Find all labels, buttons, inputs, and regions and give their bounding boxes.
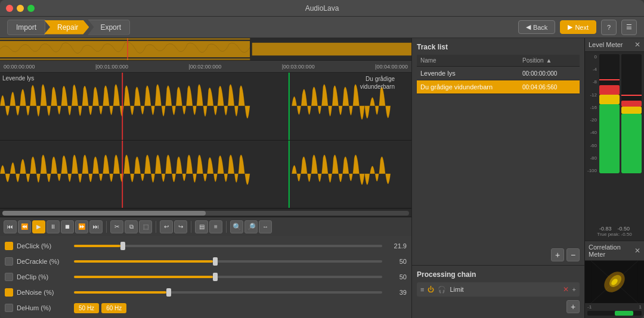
decrackle-fill bbox=[74, 260, 213, 263]
track-row-2[interactable] bbox=[0, 141, 411, 208]
denoise-slider[interactable] bbox=[74, 288, 382, 297]
declip-slider[interactable] bbox=[74, 273, 382, 281]
declick-thumb[interactable] bbox=[120, 242, 125, 250]
track-label-1: Levende lys bbox=[2, 75, 34, 82]
col-name-header: Name bbox=[420, 57, 522, 64]
undo-redo-controls: ↩ ↪ bbox=[160, 220, 187, 233]
scrollbar-area[interactable] bbox=[0, 208, 411, 217]
declip-thumb[interactable] bbox=[213, 273, 218, 281]
skip-start-button[interactable]: ⏮ bbox=[4, 220, 17, 233]
pause-button[interactable]: ⏸ bbox=[47, 220, 60, 233]
tab-export-label: Export bbox=[100, 23, 121, 32]
remove-track-button[interactable]: − bbox=[566, 248, 580, 261]
tab-repair[interactable]: Repair bbox=[44, 20, 89, 35]
tab-import-label: Import bbox=[16, 23, 36, 32]
level-meter-panel: Level Meter ✕ 0 -4 -8 -12 -16 -20 -40 -6… bbox=[584, 38, 644, 318]
correlation-meter: Correlation Meter ✕ bbox=[585, 241, 644, 318]
track-list-row-0[interactable]: Levende lys 00:00:00:000 bbox=[417, 67, 580, 80]
correlation-labels: -1 1 bbox=[585, 303, 644, 311]
left-green bbox=[599, 104, 620, 173]
chain-item-limit: ≡ ⏻ 🎧 Limit ✕ + bbox=[417, 282, 580, 297]
scrollbar-thumb[interactable] bbox=[2, 211, 206, 216]
col-pos-header[interactable]: Position ▲ bbox=[522, 57, 576, 64]
skip-end-button[interactable]: ⏭ bbox=[89, 220, 103, 233]
tab-export[interactable]: Export bbox=[88, 20, 130, 35]
decrackle-thumb[interactable] bbox=[213, 257, 218, 266]
decrackle-track bbox=[74, 260, 382, 263]
dehum-60hz-button[interactable]: 60 Hz bbox=[101, 303, 126, 313]
chain-drag-icon: ≡ bbox=[420, 286, 424, 293]
track-list-row-1[interactable]: Du grådige vidunderbarn 00:04:06:560 bbox=[417, 80, 580, 94]
track2-waveform bbox=[0, 141, 411, 208]
decrackle-slider[interactable] bbox=[74, 257, 382, 266]
denoise-checkbox[interactable] bbox=[5, 288, 13, 297]
denoise-thumb[interactable] bbox=[166, 288, 171, 297]
declip-fill bbox=[74, 276, 213, 278]
zoom-in-button[interactable]: 🔍 bbox=[230, 220, 243, 233]
chain-power-icon[interactable]: ⏻ bbox=[428, 286, 434, 293]
next-icon: ▶ bbox=[568, 23, 572, 31]
decrackle-checkbox[interactable] bbox=[5, 257, 13, 266]
track-row-1[interactable] bbox=[0, 73, 411, 141]
back-button[interactable]: ◀ Back bbox=[518, 20, 555, 34]
redo-button[interactable]: ↪ bbox=[174, 220, 187, 233]
declick-track bbox=[74, 245, 382, 247]
svg-rect-4 bbox=[252, 43, 411, 55]
add-chain-button[interactable]: + bbox=[566, 300, 580, 313]
chain-remove-icon[interactable]: ✕ bbox=[563, 285, 569, 294]
left-yellow bbox=[599, 95, 620, 104]
declip-checkbox[interactable] bbox=[5, 273, 13, 281]
separator-1 bbox=[106, 221, 107, 233]
left-reading: -0.83 bbox=[599, 226, 612, 232]
play-button[interactable]: ▶ bbox=[32, 220, 45, 233]
level-meter-close[interactable]: ✕ bbox=[634, 40, 640, 49]
zoom-out-button[interactable]: 🔎 bbox=[244, 220, 258, 233]
declick-checkbox[interactable] bbox=[5, 242, 13, 250]
declick-slider[interactable] bbox=[74, 242, 382, 250]
toolbar: Import Repair Export ◀ Back ▶ Next ? ☰ bbox=[0, 17, 644, 38]
close-button[interactable] bbox=[6, 5, 13, 12]
list-view-button[interactable]: ≡ bbox=[209, 220, 222, 233]
correlation-meter-close[interactable]: ✕ bbox=[634, 247, 640, 255]
maximize-button[interactable] bbox=[27, 5, 35, 12]
separator-4 bbox=[226, 221, 227, 233]
effect-denoise: DeNoise (%) 39 bbox=[5, 286, 407, 299]
help-button[interactable]: ? bbox=[601, 20, 617, 35]
paste-button[interactable]: ⬚ bbox=[139, 220, 152, 233]
zoom-controls: 🔍 🔎 ↔ bbox=[230, 220, 272, 233]
left-panel: 00:00:00:000 |00:01:00:000 |00:02:00:000… bbox=[0, 38, 411, 318]
chain-headphone-icon[interactable]: 🎧 bbox=[438, 286, 446, 294]
next-button[interactable]: ▶ Next bbox=[560, 20, 596, 34]
undo-button[interactable]: ↩ bbox=[160, 220, 173, 233]
rewind-button[interactable]: ⏪ bbox=[18, 220, 31, 233]
right-channel-meter bbox=[621, 54, 642, 173]
denoise-track bbox=[74, 291, 382, 294]
overview-waveform[interactable] bbox=[0, 38, 411, 61]
denoise-fill bbox=[74, 291, 166, 294]
meter-readings: -0.83 -0.50 True peak: -0.50 bbox=[587, 225, 642, 238]
ruler-mark-1: |00:01:00:000 bbox=[95, 64, 128, 70]
zoom-fit-button[interactable]: ↔ bbox=[259, 220, 272, 233]
stop-button[interactable]: ⏹ bbox=[61, 220, 74, 233]
denoise-label: DeNoise (%) bbox=[17, 289, 70, 296]
add-track-button[interactable]: + bbox=[551, 248, 564, 261]
svg-rect-3 bbox=[250, 38, 252, 60]
effect-declip: DeClip (%) 50 bbox=[5, 270, 407, 283]
main-area: 00:00:00:000 |00:01:00:000 |00:02:00:000… bbox=[0, 38, 644, 318]
waveform-view-button[interactable]: ▤ bbox=[195, 220, 208, 233]
dehum-50hz-button[interactable]: 50 Hz bbox=[74, 303, 99, 313]
declip-track bbox=[74, 276, 382, 278]
tab-import[interactable]: Import bbox=[7, 20, 45, 35]
track-pos-1: 00:04:06:560 bbox=[522, 84, 576, 91]
minimize-button[interactable] bbox=[17, 5, 24, 12]
chain-label: Limit bbox=[450, 286, 559, 293]
dehum-checkbox[interactable] bbox=[5, 304, 13, 312]
tracks-container: Levende lys Du grådigevidunderbarn bbox=[0, 73, 411, 208]
fast-forward-button[interactable]: ⏩ bbox=[75, 220, 88, 233]
cut-button[interactable]: ✂ bbox=[110, 220, 123, 233]
processing-chain-title: Processing chain bbox=[417, 270, 580, 279]
copy-button[interactable]: ⧉ bbox=[125, 220, 138, 233]
chain-settings-icon[interactable]: + bbox=[572, 286, 576, 293]
list-button[interactable]: ☰ bbox=[621, 20, 637, 35]
traffic-lights bbox=[6, 5, 35, 12]
